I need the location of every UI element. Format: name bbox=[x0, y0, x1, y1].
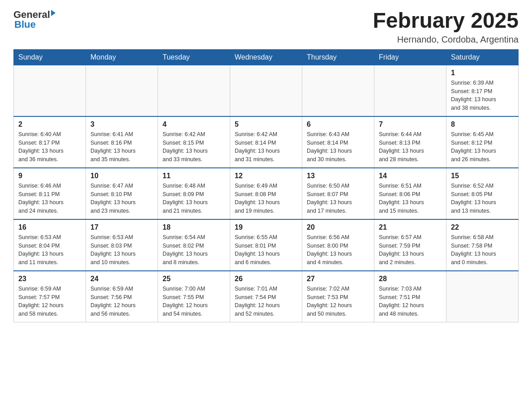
day-info: Sunrise: 6:46 AM Sunset: 8:11 PM Dayligh… bbox=[18, 182, 81, 215]
calendar-cell-week2-day4: 5Sunrise: 6:42 AM Sunset: 8:14 PM Daylig… bbox=[230, 116, 302, 168]
day-info: Sunrise: 6:45 AM Sunset: 8:12 PM Dayligh… bbox=[451, 130, 514, 164]
day-info: Sunrise: 6:48 AM Sunset: 8:09 PM Dayligh… bbox=[163, 182, 225, 215]
calendar-body: 1Sunrise: 6:39 AM Sunset: 8:17 PM Daylig… bbox=[14, 65, 519, 322]
day-number: 8 bbox=[451, 120, 514, 128]
day-number: 1 bbox=[451, 69, 514, 77]
day-number: 27 bbox=[307, 275, 369, 283]
weekday-header-thursday: Thursday bbox=[302, 49, 374, 65]
day-number: 15 bbox=[451, 172, 514, 180]
day-info: Sunrise: 6:59 AM Sunset: 7:57 PM Dayligh… bbox=[18, 285, 81, 318]
day-number: 5 bbox=[235, 120, 297, 128]
calendar-cell-week4-day6: 21Sunrise: 6:57 AM Sunset: 7:59 PM Dayli… bbox=[374, 219, 446, 271]
calendar-cell-week5-day2: 24Sunrise: 6:59 AM Sunset: 7:56 PM Dayli… bbox=[86, 271, 158, 322]
logo: General Blue bbox=[13, 9, 56, 30]
logo-blue-text: Blue bbox=[14, 19, 36, 30]
day-info: Sunrise: 6:51 AM Sunset: 8:06 PM Dayligh… bbox=[379, 182, 442, 215]
logo-arrow-icon bbox=[51, 10, 56, 16]
day-number: 11 bbox=[163, 172, 225, 180]
weekday-header-saturday: Saturday bbox=[446, 49, 519, 65]
calendar-cell-week3-day1: 9Sunrise: 6:46 AM Sunset: 8:11 PM Daylig… bbox=[14, 168, 86, 219]
calendar-cell-week5-day1: 23Sunrise: 6:59 AM Sunset: 7:57 PM Dayli… bbox=[14, 271, 86, 322]
title-block: February 2025 Hernando, Cordoba, Argenti… bbox=[373, 9, 519, 45]
day-number: 28 bbox=[379, 275, 442, 283]
calendar-week-3: 9Sunrise: 6:46 AM Sunset: 8:11 PM Daylig… bbox=[14, 168, 519, 219]
calendar-cell-week4-day7: 22Sunrise: 6:58 AM Sunset: 7:58 PM Dayli… bbox=[446, 219, 519, 271]
calendar-cell-week3-day7: 15Sunrise: 6:52 AM Sunset: 8:05 PM Dayli… bbox=[446, 168, 519, 219]
calendar-cell-week3-day5: 13Sunrise: 6:50 AM Sunset: 8:07 PM Dayli… bbox=[302, 168, 374, 219]
calendar-cell-week1-day1 bbox=[14, 65, 86, 116]
calendar-cell-week5-day7 bbox=[446, 271, 519, 322]
day-number: 17 bbox=[90, 223, 153, 231]
calendar-cell-week2-day1: 2Sunrise: 6:40 AM Sunset: 8:17 PM Daylig… bbox=[14, 116, 86, 168]
calendar-header: SundayMondayTuesdayWednesdayThursdayFrid… bbox=[14, 49, 519, 65]
day-info: Sunrise: 7:00 AM Sunset: 7:55 PM Dayligh… bbox=[163, 285, 225, 318]
weekday-header-friday: Friday bbox=[374, 49, 446, 65]
day-info: Sunrise: 6:53 AM Sunset: 8:03 PM Dayligh… bbox=[90, 233, 153, 267]
day-number: 25 bbox=[163, 275, 225, 283]
page-header: General Blue February 2025 Hernando, Cor… bbox=[13, 9, 519, 45]
calendar-cell-week3-day2: 10Sunrise: 6:47 AM Sunset: 8:10 PM Dayli… bbox=[86, 168, 158, 219]
calendar-cell-week4-day3: 18Sunrise: 6:54 AM Sunset: 8:02 PM Dayli… bbox=[158, 219, 230, 271]
day-info: Sunrise: 7:02 AM Sunset: 7:53 PM Dayligh… bbox=[307, 285, 369, 318]
day-number: 26 bbox=[235, 275, 297, 283]
day-info: Sunrise: 6:47 AM Sunset: 8:10 PM Dayligh… bbox=[90, 182, 153, 215]
day-number: 9 bbox=[18, 172, 81, 180]
day-info: Sunrise: 6:54 AM Sunset: 8:02 PM Dayligh… bbox=[163, 233, 225, 267]
day-number: 7 bbox=[379, 120, 442, 128]
day-number: 2 bbox=[18, 120, 81, 128]
calendar-cell-week5-day6: 28Sunrise: 7:03 AM Sunset: 7:51 PM Dayli… bbox=[374, 271, 446, 322]
day-info: Sunrise: 6:58 AM Sunset: 7:58 PM Dayligh… bbox=[451, 233, 514, 267]
calendar-week-2: 2Sunrise: 6:40 AM Sunset: 8:17 PM Daylig… bbox=[14, 116, 519, 168]
day-info: Sunrise: 6:52 AM Sunset: 8:05 PM Dayligh… bbox=[451, 182, 514, 215]
day-number: 19 bbox=[235, 223, 297, 231]
calendar-cell-week2-day5: 6Sunrise: 6:43 AM Sunset: 8:14 PM Daylig… bbox=[302, 116, 374, 168]
day-info: Sunrise: 6:55 AM Sunset: 8:01 PM Dayligh… bbox=[235, 233, 297, 267]
calendar-week-4: 16Sunrise: 6:53 AM Sunset: 8:04 PM Dayli… bbox=[14, 219, 519, 271]
day-info: Sunrise: 6:56 AM Sunset: 8:00 PM Dayligh… bbox=[307, 233, 369, 267]
calendar-cell-week1-day4 bbox=[230, 65, 302, 116]
calendar-cell-week4-day5: 20Sunrise: 6:56 AM Sunset: 8:00 PM Dayli… bbox=[302, 219, 374, 271]
calendar-cell-week1-day5 bbox=[302, 65, 374, 116]
day-number: 12 bbox=[235, 172, 297, 180]
calendar-cell-week3-day4: 12Sunrise: 6:49 AM Sunset: 8:08 PM Dayli… bbox=[230, 168, 302, 219]
calendar-title: February 2025 bbox=[373, 9, 519, 33]
weekday-header-monday: Monday bbox=[86, 49, 158, 65]
calendar-cell-week1-day3 bbox=[158, 65, 230, 116]
day-info: Sunrise: 6:41 AM Sunset: 8:16 PM Dayligh… bbox=[90, 130, 153, 164]
calendar-cell-week2-day7: 8Sunrise: 6:45 AM Sunset: 8:12 PM Daylig… bbox=[446, 116, 519, 168]
day-info: Sunrise: 6:42 AM Sunset: 8:15 PM Dayligh… bbox=[163, 130, 225, 164]
calendar-cell-week2-day3: 4Sunrise: 6:42 AM Sunset: 8:15 PM Daylig… bbox=[158, 116, 230, 168]
calendar-cell-week4-day4: 19Sunrise: 6:55 AM Sunset: 8:01 PM Dayli… bbox=[230, 219, 302, 271]
calendar-cell-week2-day6: 7Sunrise: 6:44 AM Sunset: 8:13 PM Daylig… bbox=[374, 116, 446, 168]
day-info: Sunrise: 7:01 AM Sunset: 7:54 PM Dayligh… bbox=[235, 285, 297, 318]
day-number: 10 bbox=[90, 172, 153, 180]
day-info: Sunrise: 6:59 AM Sunset: 7:56 PM Dayligh… bbox=[90, 285, 153, 318]
calendar-cell-week3-day6: 14Sunrise: 6:51 AM Sunset: 8:06 PM Dayli… bbox=[374, 168, 446, 219]
day-number: 22 bbox=[451, 223, 514, 231]
day-number: 4 bbox=[163, 120, 225, 128]
day-number: 3 bbox=[90, 120, 153, 128]
day-info: Sunrise: 6:42 AM Sunset: 8:14 PM Dayligh… bbox=[235, 130, 297, 164]
day-info: Sunrise: 6:53 AM Sunset: 8:04 PM Dayligh… bbox=[18, 233, 81, 267]
day-number: 13 bbox=[307, 172, 369, 180]
calendar-cell-week5-day4: 26Sunrise: 7:01 AM Sunset: 7:54 PM Dayli… bbox=[230, 271, 302, 322]
day-number: 20 bbox=[307, 223, 369, 231]
day-number: 21 bbox=[379, 223, 442, 231]
calendar-cell-week5-day5: 27Sunrise: 7:02 AM Sunset: 7:53 PM Dayli… bbox=[302, 271, 374, 322]
day-info: Sunrise: 6:50 AM Sunset: 8:07 PM Dayligh… bbox=[307, 182, 369, 215]
day-number: 23 bbox=[18, 275, 81, 283]
day-info: Sunrise: 7:03 AM Sunset: 7:51 PM Dayligh… bbox=[379, 285, 442, 318]
day-number: 16 bbox=[18, 223, 81, 231]
calendar-cell-week1-day2 bbox=[86, 65, 158, 116]
weekday-header-sunday: Sunday bbox=[14, 49, 86, 65]
calendar-cell-week3-day3: 11Sunrise: 6:48 AM Sunset: 8:09 PM Dayli… bbox=[158, 168, 230, 219]
day-number: 18 bbox=[163, 223, 225, 231]
weekday-header-row: SundayMondayTuesdayWednesdayThursdayFrid… bbox=[14, 49, 519, 65]
calendar-cell-week1-day6 bbox=[374, 65, 446, 116]
calendar-cell-week4-day1: 16Sunrise: 6:53 AM Sunset: 8:04 PM Dayli… bbox=[14, 219, 86, 271]
calendar-week-1: 1Sunrise: 6:39 AM Sunset: 8:17 PM Daylig… bbox=[14, 65, 519, 116]
day-info: Sunrise: 6:43 AM Sunset: 8:14 PM Dayligh… bbox=[307, 130, 369, 164]
calendar-cell-week4-day2: 17Sunrise: 6:53 AM Sunset: 8:03 PM Dayli… bbox=[86, 219, 158, 271]
day-info: Sunrise: 6:40 AM Sunset: 8:17 PM Dayligh… bbox=[18, 130, 81, 164]
day-info: Sunrise: 6:44 AM Sunset: 8:13 PM Dayligh… bbox=[379, 130, 442, 164]
